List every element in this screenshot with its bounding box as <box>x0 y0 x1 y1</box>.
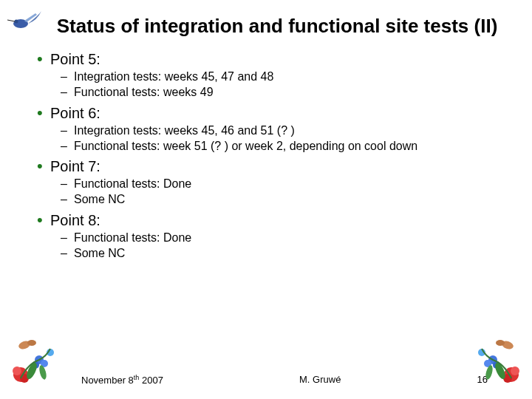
sub-item: Functional tests: Done <box>50 231 510 246</box>
point-label: Point 6: <box>50 105 100 121</box>
point-5: Point 5: Integration tests: weeks 45, 47… <box>37 51 510 100</box>
sub-list: Functional tests: Done Some NC <box>50 231 510 262</box>
point-8: Point 8: Functional tests: Done Some NC <box>37 212 510 262</box>
svg-point-14 <box>511 366 519 375</box>
sub-list: Integration tests: weeks 45, 47 and 48 F… <box>50 69 510 100</box>
slide-footer: November 8th 2007 M. Gruwé 16 <box>0 374 532 386</box>
footer-author: M. Gruwé <box>299 374 341 385</box>
svg-point-21 <box>496 340 505 346</box>
date-prefix: November 8 <box>81 375 134 386</box>
sub-item: Integration tests: weeks 45, 46 and 51 (… <box>50 123 510 139</box>
hummingbird-icon <box>6 7 43 37</box>
point-label: Point 5: <box>50 51 100 67</box>
svg-point-12 <box>38 364 48 380</box>
sub-item: Integration tests: weeks 45, 47 and 48 <box>50 69 510 85</box>
svg-point-23 <box>485 364 494 380</box>
date-year: 2007 <box>139 375 163 386</box>
sub-list: Integration tests: weeks 45, 46 and 51 (… <box>50 123 510 154</box>
sub-list: Functional tests: Done Some NC <box>50 177 510 208</box>
point-6: Point 6: Integration tests: weeks 45, 46… <box>37 105 510 154</box>
flowers-left-icon <box>6 327 72 393</box>
svg-point-3 <box>13 366 21 375</box>
bullet-list: Point 5: Integration tests: weeks 45, 47… <box>37 51 510 261</box>
svg-point-10 <box>27 340 36 346</box>
point-label: Point 7: <box>50 158 100 174</box>
svg-point-1 <box>15 20 18 24</box>
sub-item: Functional tests: weeks 49 <box>50 85 510 100</box>
sub-item: Some NC <box>50 192 510 208</box>
point-label: Point 8: <box>50 212 100 228</box>
sub-item: Functional tests: week 51 (? ) or week 2… <box>50 139 510 154</box>
slide-title: Status of integration and functional sit… <box>44 15 510 38</box>
sub-item: Functional tests: Done <box>50 177 510 192</box>
slide-content: Point 5: Integration tests: weeks 45, 47… <box>22 51 510 261</box>
footer-date: November 8th 2007 <box>81 374 163 386</box>
point-7: Point 7: Functional tests: Done Some NC <box>37 158 510 208</box>
sub-item: Some NC <box>50 246 510 262</box>
flowers-right-icon <box>460 327 526 393</box>
slide: Status of integration and functional sit… <box>0 0 532 399</box>
